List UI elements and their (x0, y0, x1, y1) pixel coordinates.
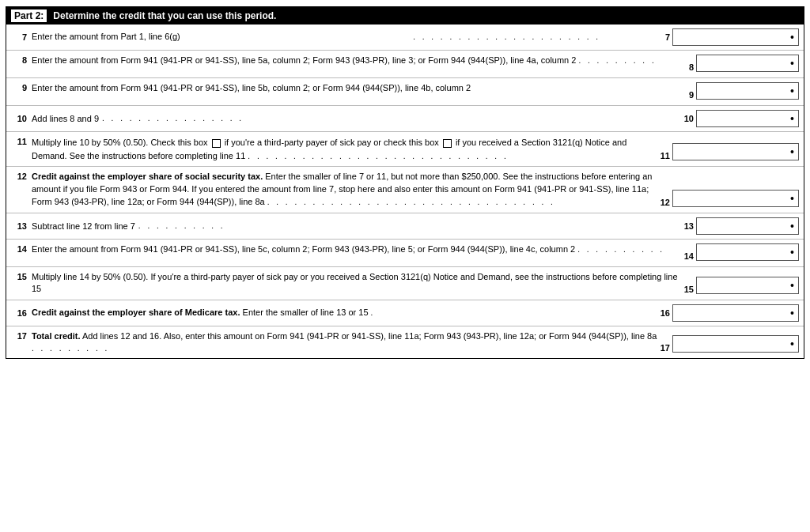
field-label-11: 11 (660, 151, 670, 160)
right-8: 8 • (689, 55, 799, 74)
checkbox-11a[interactable] (212, 139, 221, 148)
input-12[interactable]: • (672, 190, 799, 207)
right-15: 15 • (684, 277, 799, 296)
row-7: 7 Enter the amount from Part 1, line 6(g… (6, 25, 804, 51)
right-14: 14 • (684, 243, 799, 262)
part2-header: Part 2: Determine the credit that you ca… (6, 7, 804, 25)
right-9: 9 • (689, 82, 799, 101)
line-desc-9: Enter the amount from Form 941 (941-PR o… (32, 82, 689, 94)
line-num-13: 13 (11, 221, 32, 231)
line-desc-8: Enter the amount from Form 941 (941-PR o… (32, 55, 689, 66)
input-14[interactable]: • (696, 243, 799, 261)
input-15[interactable]: • (696, 277, 799, 294)
line-desc-16: Credit against the employer share of Med… (32, 307, 660, 319)
field-label-8: 8 (689, 62, 694, 72)
input-13[interactable]: • (696, 217, 799, 235)
right-12: 12 • (660, 190, 799, 209)
input-11[interactable]: • (672, 143, 799, 160)
line-num-11: 11 (11, 136, 32, 146)
field-label-16: 16 (660, 308, 670, 318)
input-17[interactable]: • (672, 335, 799, 353)
row-12: 12 Credit against the employer share of … (6, 167, 804, 213)
input-9[interactable]: • (696, 82, 799, 100)
line-num-14: 14 (11, 243, 32, 254)
line-num-7: 7 (11, 32, 32, 42)
row-8: 8 Enter the amount from Form 941 (941-PR… (6, 51, 804, 78)
row-17: 17 Total credit. Add lines 12 and 16. Al… (6, 326, 804, 359)
field-label-12: 12 (660, 198, 670, 207)
field-label-14: 14 (684, 251, 694, 261)
line-desc-7: Enter the amount from Part 1, line 6(g) (32, 31, 348, 43)
field-label-17: 17 (660, 343, 670, 353)
form-container: Part 2: Determine the credit that you ca… (6, 6, 804, 359)
bullet-7: • (790, 31, 794, 43)
bullet-10: • (790, 112, 794, 125)
line-desc-10: Add lines 8 and 9 (32, 114, 99, 123)
right-16: 16 • (660, 304, 799, 322)
bullet-17: • (790, 338, 794, 350)
line-num-16: 16 (11, 308, 32, 318)
bullet-12: • (790, 192, 794, 205)
row-10: 10 Add lines 8 and 9 . . . . . . . . . .… (6, 106, 804, 132)
field-label-10: 10 (684, 114, 694, 123)
line-num-8: 8 (11, 55, 32, 65)
row-9: 9 Enter the amount from Form 941 (941-PR… (6, 78, 804, 106)
right-10: 10 • (684, 110, 799, 127)
part-label: Part 2: (11, 9, 47, 22)
dots-7: . . . . . . . . . . . . . . . . . . . . … (348, 32, 664, 42)
bullet-8: • (790, 57, 794, 70)
right-17: 17 • (660, 335, 799, 354)
field-label-13: 13 (684, 221, 694, 231)
input-7[interactable]: • (672, 28, 799, 46)
row-11: 11 Multiply line 10 by 50% (0.50). Check… (6, 132, 804, 167)
line-num-9: 9 (11, 82, 32, 92)
row-15: 15 Multiply line 14 by 50% (0.50). If yo… (6, 267, 804, 300)
field-label-7: 7 (665, 32, 670, 42)
line-num-17: 17 (11, 330, 32, 341)
right-7: 7 • (665, 28, 799, 46)
bullet-11: • (790, 145, 794, 158)
right-11: 11 • (660, 143, 799, 162)
line-desc-12: Credit against the employer share of soc… (32, 171, 660, 209)
bullet-14: • (790, 246, 794, 258)
checkbox-11b[interactable] (443, 139, 452, 148)
line-desc-14: Enter the amount from Form 941 (941-PR o… (32, 243, 684, 255)
input-10[interactable]: • (696, 110, 799, 127)
input-16[interactable]: • (672, 304, 799, 322)
bullet-15: • (790, 279, 794, 292)
line-desc-11: Multiply line 10 by 50% (0.50). Check th… (32, 136, 660, 162)
input-8[interactable]: • (696, 55, 799, 72)
line-num-12: 12 (11, 171, 32, 181)
right-13: 13 • (684, 217, 799, 235)
bullet-13: • (790, 220, 794, 232)
line-desc-17: Total credit. Add lines 12 and 16. Also,… (32, 330, 660, 355)
row-13: 13 Subtract line 12 from line 7 . . . . … (6, 213, 804, 240)
line-desc-15: Multiply line 14 by 50% (0.50). If you'r… (32, 271, 684, 296)
dots-13: . . . . . . . . . . (138, 221, 684, 230)
line-desc-13: Subtract line 12 from line 7 (32, 221, 135, 231)
field-label-15: 15 (684, 285, 694, 294)
part2-title: Determine the credit that you can use th… (53, 10, 276, 21)
dots-10: . . . . . . . . . . . . . . . . (102, 114, 684, 123)
line-num-10: 10 (11, 114, 32, 123)
line-num-15: 15 (11, 271, 32, 281)
bullet-9: • (790, 85, 794, 97)
row-16: 16 Credit against the employer share of … (6, 300, 804, 326)
row-14: 14 Enter the amount from Form 941 (941-P… (6, 240, 804, 267)
field-label-9: 9 (689, 90, 694, 100)
bullet-16: • (790, 307, 794, 319)
